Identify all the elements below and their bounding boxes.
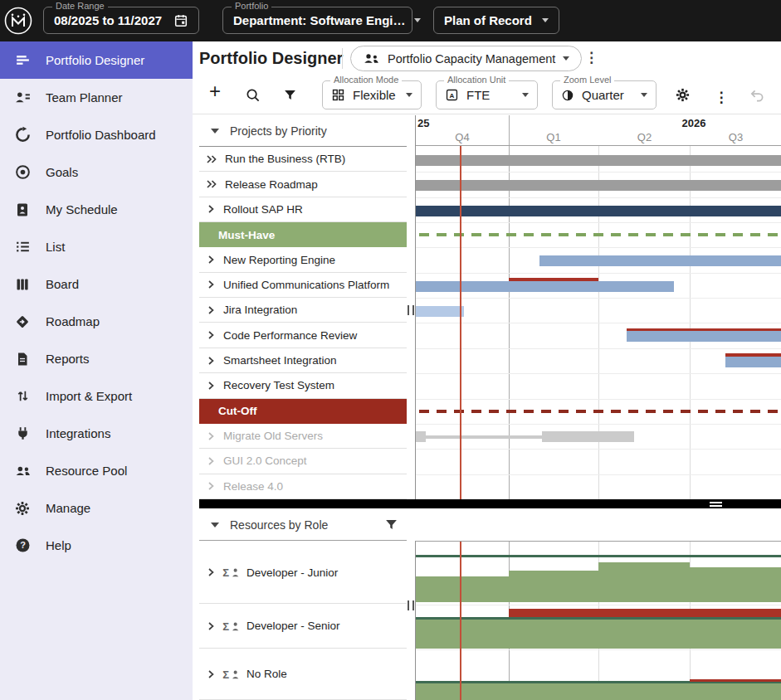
chevron-right-icon (206, 330, 216, 340)
svg-text:A: A (450, 92, 455, 100)
resource-row-developer-senior[interactable]: ΣDeveloper - Senior (199, 604, 407, 649)
svg-text:?: ? (20, 540, 26, 550)
sidebar-item-roadmap[interactable]: Roadmap (0, 303, 193, 340)
sidebar-item-my-schedule[interactable]: My Schedule (0, 191, 193, 228)
collapse-triangle-icon (211, 523, 219, 527)
sidebar-item-manage[interactable]: Manage (0, 489, 193, 527)
sidebar-item-team-planner[interactable]: Team Planner (0, 79, 193, 116)
sidebar-item-help[interactable]: ?Help (0, 527, 193, 564)
resources-capacity-chart (415, 541, 781, 700)
capacity-line (416, 555, 781, 557)
sidebar-item-label: Portfolio Dashboard (46, 128, 156, 142)
migrate-old-servers-bar[interactable] (542, 431, 634, 442)
view-selector-button[interactable]: Portfolio Capacity Management (350, 46, 582, 71)
project-label: Smartsheet Integration (223, 354, 337, 367)
svg-text:Σ: Σ (222, 668, 229, 680)
timeline-quarter-label: Q2 (637, 131, 652, 143)
sidebar-item-integrations[interactable]: Integrations (0, 415, 193, 452)
project-row-run-the-business-rtb[interactable]: Run the Business (RTB) (199, 147, 407, 172)
release-roadmap-bar[interactable] (416, 180, 781, 191)
project-row-unified-communications-platform[interactable]: Unified Communications Platform (199, 273, 407, 298)
add-project-button[interactable]: + (206, 82, 224, 100)
plan-of-record-select[interactable]: Plan of Record (433, 7, 559, 34)
project-row-rollout-sap-hr[interactable]: Rollout SAP HR (199, 197, 407, 222)
resource-row-no-role[interactable]: ΣNo Role (199, 649, 407, 700)
sidebar-item-label: Integrations (46, 426, 110, 440)
resource-label: Developer - Senior (247, 620, 340, 632)
sidebar-item-reports[interactable]: Reports (0, 340, 193, 377)
zoom-level-select[interactable]: Zoom Level Quarter (552, 80, 657, 109)
sidebar-item-list[interactable]: List (0, 228, 193, 265)
resource-row-developer-junior[interactable]: ΣDeveloper - Junior (199, 542, 407, 604)
chevron-right-icon (206, 280, 216, 289)
sidebar-item-portfolio-designer[interactable]: Portfolio Designer (0, 41, 193, 79)
jira-integration-bar[interactable] (416, 306, 464, 317)
priority-group-must-have[interactable]: Must-Have (199, 222, 407, 247)
group-label: Must-Have (218, 229, 275, 241)
chevron-right-icon (206, 456, 216, 466)
date-range-field[interactable]: Date Range 08/2025 to 11/2027 (43, 7, 199, 34)
resources-panel-header[interactable]: Resources by Role (199, 509, 407, 541)
smartsheet-integration-bar[interactable] (725, 357, 781, 367)
project-label: Unified Communications Platform (223, 279, 389, 291)
capacity-line (416, 617, 781, 620)
project-row-recovery-test-system[interactable]: Recovery Test System (199, 373, 407, 398)
project-row-code-performance-review[interactable]: Code Performance Review (199, 323, 407, 348)
resources-filter-icon[interactable] (384, 518, 398, 535)
toolbar: + Allocation Mode Flexible Allocation Un… (193, 75, 781, 114)
project-row-migrate-old-servers[interactable]: Migrate Old Servers (199, 424, 407, 449)
sidebar-item-portfolio-dashboard[interactable]: Portfolio Dashboard (0, 116, 193, 153)
project-row-gui-2-0-concept[interactable]: GUI 2.0 Concept (199, 449, 407, 474)
project-row-release-4-0[interactable]: Release 4.0 (199, 474, 407, 499)
settings-button[interactable] (673, 85, 691, 104)
no-role-capacity-row (416, 649, 781, 700)
row-gridline (416, 172, 781, 173)
double-chevron-right-icon (206, 179, 217, 189)
allocation-mode-select[interactable]: Allocation Mode Flexible (322, 80, 422, 109)
rollout-sap-hr-bar[interactable] (416, 206, 781, 216)
allocation-unit-select[interactable]: Allocation Unit A FTE (436, 80, 538, 109)
page-title: Portfolio Designer (199, 49, 343, 68)
sidebar-item-board[interactable]: Board (0, 265, 193, 303)
project-row-smartsheet-integration[interactable]: Smartsheet Integration (199, 348, 407, 373)
priority-group-cut-off[interactable]: Cut-Off (199, 399, 407, 424)
undo-button[interactable] (747, 85, 765, 104)
filter-button[interactable] (281, 85, 299, 104)
overload-area (690, 679, 781, 682)
header-more-options-button[interactable]: ⋮ (584, 51, 598, 65)
migrate-old-servers-milestone[interactable] (416, 431, 426, 442)
chevron-down-icon (522, 93, 529, 97)
row-gridline (416, 424, 781, 425)
horizontal-splitter[interactable] (199, 499, 781, 508)
vertical-splitter-handle[interactable] (408, 305, 414, 315)
project-row-new-reporting-engine[interactable]: New Reporting Engine (199, 247, 407, 272)
sidebar-item-label: Team Planner (46, 90, 123, 105)
new-reporting-engine-bar[interactable] (539, 255, 781, 266)
projects-list-panel: Projects by Priority Run the Business (R… (199, 115, 407, 499)
toolbar-more-options-button[interactable]: ⋮ (712, 88, 730, 106)
portfolio-select[interactable]: Portfolio Department: Software Engi… (222, 7, 412, 34)
chevron-right-icon (206, 481, 216, 491)
project-row-release-roadmap[interactable]: Release Roadmap (199, 172, 407, 197)
projects-panel-header[interactable]: Projects by Priority (199, 115, 407, 147)
contrast-circle-icon (561, 89, 574, 102)
row-gridline (416, 474, 781, 475)
sidebar-item-resource-pool[interactable]: Resource Pool (0, 452, 193, 489)
app-logo-icon[interactable] (3, 6, 33, 36)
search-button[interactable] (243, 85, 261, 104)
timeline-quarter-label: Q3 (729, 131, 743, 143)
unified-communications-platform-bar[interactable] (416, 281, 674, 292)
project-row-jira-integration[interactable]: Jira Integration (199, 298, 407, 323)
sidebar-item-goals[interactable]: Goals (0, 153, 193, 191)
code-performance-review-bar[interactable] (627, 331, 781, 342)
double-chevron-right-icon (206, 154, 217, 164)
resource-pool-icon (13, 462, 32, 480)
help-icon: ? (13, 537, 32, 555)
overload-area (509, 609, 781, 617)
vertical-splitter-handle[interactable] (408, 600, 414, 610)
manage-icon (13, 499, 32, 518)
sidebar-item-import-export[interactable]: Import & Export (0, 377, 193, 415)
calendar-icon (173, 13, 188, 28)
svg-text:Σ: Σ (222, 620, 229, 632)
run-the-business-rtb-bar[interactable] (416, 155, 781, 166)
